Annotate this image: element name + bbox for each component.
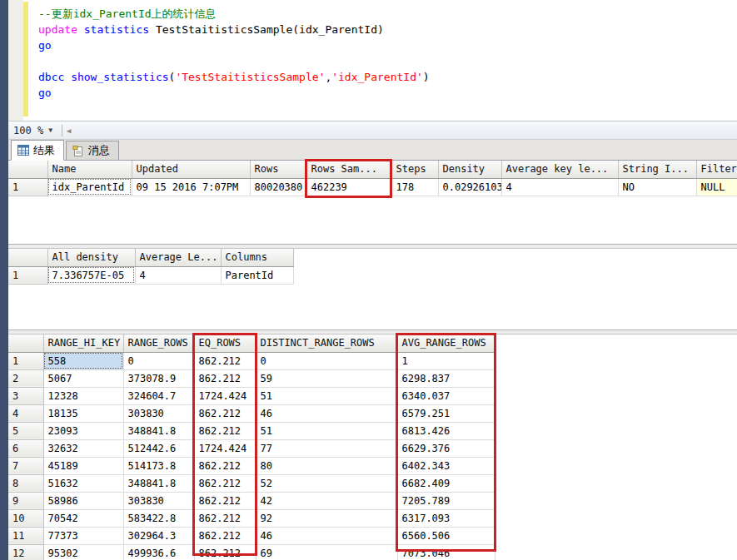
grid-cell[interactable]: 462239 (306, 178, 391, 196)
tab-results[interactable]: 结果 (11, 140, 64, 161)
grid-cell[interactable]: 348841.8 (123, 474, 194, 492)
column-header[interactable] (8, 161, 47, 178)
grid-cell[interactable]: 80020380 (250, 178, 306, 196)
column-header[interactable]: Average key le... (501, 161, 618, 178)
grid-cell[interactable]: 45189 (43, 457, 123, 474)
grid-cell[interactable]: 373078.9 (123, 369, 194, 387)
grid-cell[interactable]: 18135 (43, 404, 123, 422)
grid-cell[interactable]: 0 (123, 352, 194, 369)
column-header[interactable]: Name (47, 161, 132, 178)
row-number[interactable]: 1 (8, 352, 43, 369)
grid-cell[interactable]: 09 15 2016 7:07PM (132, 178, 250, 196)
row-number[interactable]: 4 (8, 404, 43, 422)
grid-cell[interactable]: 32632 (43, 439, 123, 457)
grid-cell[interactable]: 42 (256, 492, 397, 509)
grid-cell[interactable]: 46 (256, 404, 397, 422)
grid-density-vector[interactable]: All densityAverage Le...Columns17.336757… (8, 249, 294, 285)
grid-cell[interactable]: 512442.6 (123, 439, 194, 457)
grid-cell[interactable]: 23093 (43, 422, 123, 439)
grid-cell[interactable]: 583422.8 (123, 509, 194, 527)
grid-cell[interactable]: 6579.251 (397, 404, 495, 422)
column-header[interactable]: Steps (391, 161, 438, 178)
grid-cell[interactable]: 862.212 (194, 457, 256, 474)
grid-cell[interactable]: 6560.506 (397, 527, 495, 544)
grid-cell[interactable]: NULL (696, 178, 737, 196)
grid-cell[interactable]: 52 (256, 474, 397, 492)
grid-cell[interactable]: NO (618, 178, 696, 196)
grid-cell[interactable]: idx_ParentId (47, 178, 132, 196)
grid-cell[interactable]: 303830 (123, 492, 194, 509)
row-number[interactable]: 2 (8, 369, 43, 387)
row-number[interactable]: 11 (8, 527, 43, 544)
grid-cell[interactable]: 6682.409 (397, 474, 495, 492)
grid-cell[interactable]: 0 (256, 352, 397, 369)
grid-cell[interactable]: 51 (256, 422, 397, 439)
column-header[interactable]: Rows (250, 161, 306, 178)
grid-cell[interactable]: 6813.426 (397, 422, 495, 439)
grid-cell[interactable]: 1724.424 (194, 439, 256, 457)
grid-cell[interactable]: 92 (256, 509, 397, 527)
grid-cell[interactable]: 80 (256, 457, 397, 474)
grid-cell[interactable]: 862.212 (194, 422, 256, 439)
grid-cell[interactable]: 862.212 (194, 509, 256, 527)
grid-cell[interactable]: 0.02926103 (438, 178, 501, 196)
row-number[interactable]: 8 (8, 474, 43, 492)
column-header[interactable] (8, 335, 43, 352)
grid-cell[interactable]: 862.212 (194, 474, 256, 492)
grid-cell[interactable]: 70542 (43, 509, 123, 527)
grid-cell[interactable]: 5067 (43, 369, 123, 387)
column-header[interactable]: Filter (696, 161, 737, 178)
grid-cell[interactable]: 862.212 (194, 352, 256, 369)
grid-cell[interactable]: 7073.046 (397, 544, 495, 560)
row-number[interactable]: 10 (8, 509, 43, 527)
row-number[interactable]: 5 (8, 422, 43, 439)
column-header[interactable]: Rows Sam... (306, 161, 391, 178)
column-header[interactable]: DISTINCT_RANGE_ROWS (256, 335, 397, 352)
column-header[interactable]: AVG_RANGE_ROWS (397, 335, 495, 352)
column-header[interactable]: All density (47, 249, 135, 266)
column-header[interactable]: RANGE_HI_KEY (43, 335, 123, 352)
grid-cell[interactable]: 862.212 (194, 492, 256, 509)
grid-cell[interactable]: 4 (135, 266, 221, 284)
grid-cell[interactable]: 6340.037 (397, 387, 495, 404)
sql-editor[interactable]: --更新idx_ParentId上的统计信息update statistics … (8, 0, 737, 121)
grid-cell[interactable]: 862.212 (194, 404, 256, 422)
grid-cell[interactable]: 7205.789 (397, 492, 495, 509)
row-number[interactable]: 3 (8, 387, 43, 404)
grid-cell[interactable]: 348841.8 (123, 422, 194, 439)
row-number[interactable]: 7 (8, 457, 43, 474)
grid-cell[interactable]: 862.212 (194, 527, 256, 544)
grid-cell[interactable]: 77 (256, 439, 397, 457)
row-number[interactable]: 12 (8, 544, 43, 560)
grid-cell[interactable]: 303830 (123, 404, 194, 422)
grid-cell[interactable]: 51632 (43, 474, 123, 492)
column-header[interactable]: String I... (618, 161, 696, 178)
grid-cell[interactable]: 6298.837 (397, 369, 495, 387)
grid-cell[interactable]: 6629.376 (397, 439, 495, 457)
column-header[interactable]: RANGE_ROWS (123, 335, 194, 352)
scroll-left-arrow-icon[interactable]: ◀ (67, 126, 71, 135)
grid-cell[interactable]: 12328 (43, 387, 123, 404)
grid-cell[interactable]: 1 (397, 352, 495, 369)
grid-cell[interactable]: 6402.343 (397, 457, 495, 474)
grid-cell[interactable]: 95302 (43, 544, 123, 560)
grid-histogram[interactable]: RANGE_HI_KEYRANGE_ROWSEQ_ROWSDISTINCT_RA… (8, 335, 495, 560)
grid-cell[interactable]: 862.212 (194, 544, 256, 560)
tab-messages[interactable]: 消息 (66, 141, 119, 160)
grid-cell[interactable]: 6317.093 (397, 509, 495, 527)
grid-cell[interactable]: 69 (256, 544, 397, 560)
column-header[interactable] (8, 249, 47, 266)
column-header[interactable]: Average Le... (135, 249, 221, 266)
row-number[interactable]: 1 (8, 178, 47, 196)
column-header[interactable]: Updated (132, 161, 250, 178)
grid-cell[interactable]: 514173.8 (123, 457, 194, 474)
grid-cell[interactable]: 51 (256, 387, 397, 404)
grid-cell[interactable]: 302964.3 (123, 527, 194, 544)
zoom-level-dropdown[interactable]: 100 % ▼ (8, 121, 57, 139)
grid-cell[interactable]: ParentId (221, 266, 293, 284)
column-header[interactable]: Columns (221, 249, 293, 266)
grid-cell[interactable]: 862.212 (194, 369, 256, 387)
grid-cell[interactable]: 7.336757E-05 (47, 266, 135, 284)
grid-statistics-header[interactable]: NameUpdatedRowsRows Sam...StepsDensityAv… (8, 161, 737, 196)
grid-cell[interactable]: 4 (501, 178, 618, 196)
